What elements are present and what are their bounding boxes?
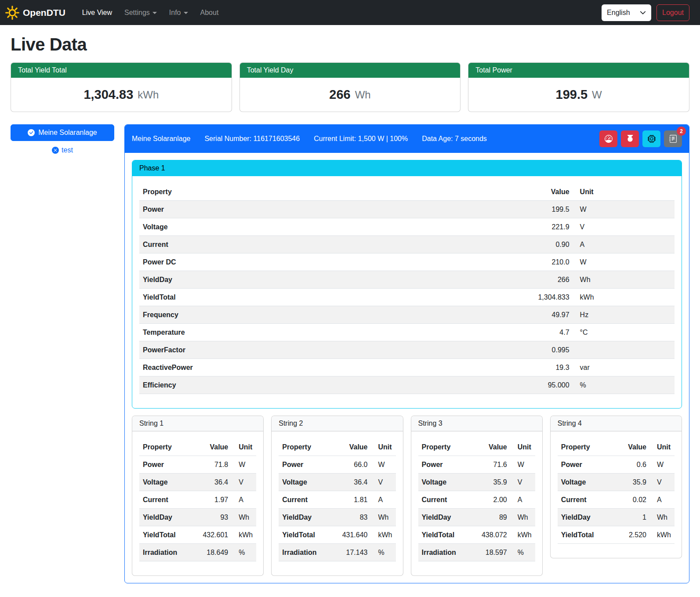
language-select[interactable]: English	[602, 4, 651, 21]
table-row: Voltage36.4V	[139, 474, 256, 491]
row-value: 18.597	[470, 544, 510, 561]
event-log-button[interactable]: 2	[664, 130, 682, 147]
inverter-actions: 2	[599, 130, 682, 147]
table-row: Power199.5W	[139, 201, 675, 218]
nav-item-live-view[interactable]: Live View	[76, 5, 118, 20]
strings-row: String 1 Property Value Unit Power71.8WV…	[132, 416, 682, 576]
phase-card-body: Property Value Unit Power199.5WVoltage22…	[132, 176, 682, 408]
table-row: Voltage35.9V	[558, 474, 675, 491]
row-value: 210.0	[399, 253, 573, 271]
card-body: 1,304.83 kWh	[11, 78, 232, 112]
row-property: Power	[279, 456, 330, 474]
summary-cards-row: Total Yield Total 1,304.83 kWh Total Yie…	[11, 62, 689, 112]
nav-item-settings[interactable]: Settings	[118, 5, 163, 20]
string-card: String 2 Property Value Unit Power66.0WV…	[271, 416, 403, 576]
row-property: YieldTotal	[139, 289, 399, 306]
cpu-icon	[648, 135, 656, 143]
row-value: 1.97	[191, 491, 232, 509]
table-row: YieldDay266Wh	[139, 271, 675, 289]
table-row: Temperature4.7°C	[139, 324, 675, 341]
table-row: YieldTotal432.601kWh	[139, 526, 256, 544]
phase-table: Property Value Unit Power199.5WVoltage22…	[139, 183, 675, 394]
table-row: Current1.81A	[279, 491, 395, 509]
row-property: Power	[558, 456, 614, 474]
sun-icon	[5, 6, 19, 20]
device-info-button[interactable]	[642, 130, 660, 147]
row-property: YieldDay	[558, 509, 614, 526]
row-value: 17.143	[330, 544, 371, 561]
row-unit: A	[371, 491, 396, 509]
row-value: 221.9	[399, 218, 573, 236]
row-unit: Wh	[511, 509, 535, 526]
column-header-property: Property	[139, 438, 191, 456]
row-value: 0.6	[614, 456, 650, 474]
column-header-value: Value	[614, 438, 650, 456]
column-header-unit: Unit	[371, 438, 396, 456]
row-property: YieldDay	[418, 509, 470, 526]
row-property: Power	[139, 201, 399, 218]
card-unit: W	[592, 89, 602, 101]
nav-links: Live View Settings Info About	[76, 5, 225, 20]
chevron-down-icon	[152, 12, 157, 14]
row-value: 199.5	[399, 201, 573, 218]
inverter-data-age: Data Age: 7 seconds	[422, 135, 487, 143]
table-row: YieldDay83Wh	[279, 509, 395, 526]
row-unit: Wh	[232, 509, 256, 526]
row-unit: Wh	[371, 509, 396, 526]
table-row: YieldTotal2.520kWh	[558, 526, 675, 544]
power-button[interactable]	[621, 130, 639, 147]
table-row: YieldTotal431.640kWh	[279, 526, 395, 544]
string-card-body: Property Value Unit Power66.0WVoltage36.…	[272, 431, 403, 575]
column-header-property: Property	[139, 183, 399, 201]
column-header-property: Property	[279, 438, 330, 456]
row-unit: W	[511, 456, 535, 474]
table-row: Voltage35.9V	[418, 474, 535, 491]
row-value: 93	[191, 509, 232, 526]
row-property: Power DC	[139, 253, 399, 271]
row-value: 4.7	[399, 324, 573, 341]
row-unit: Hz	[573, 306, 675, 324]
table-row: Current0.90A	[139, 236, 675, 253]
row-property: PowerFactor	[139, 341, 399, 359]
row-value: 1,304.833	[399, 289, 573, 306]
phase-card-title: Phase 1	[132, 160, 682, 176]
table-row: YieldTotal438.072kWh	[418, 526, 535, 544]
table-row: YieldDay1Wh	[558, 509, 675, 526]
nav-item-about[interactable]: About	[194, 5, 225, 20]
card-value: 199.5	[556, 87, 588, 102]
table-row: Irradiation18.649%	[139, 544, 256, 561]
logout-button[interactable]: Logout	[656, 4, 689, 21]
other-inverter-button[interactable]: test	[52, 146, 73, 154]
column-header-unit: Unit	[573, 183, 675, 201]
table-header-row: Property Value Unit	[139, 183, 675, 201]
row-unit: kWh	[511, 526, 535, 544]
card-total-yield-day: Total Yield Day 266 Wh	[239, 62, 461, 112]
page-content: Live Data Total Yield Total 1,304.83 kWh…	[0, 25, 700, 583]
row-value: 0.02	[614, 491, 650, 509]
selected-inverter-label: Meine Solaranlage	[38, 129, 97, 137]
string-card-body: Property Value Unit Power0.6WVoltage35.9…	[551, 431, 682, 558]
column-header-unit: Unit	[650, 438, 675, 456]
row-value: 35.9	[470, 474, 510, 491]
row-unit: var	[573, 359, 675, 376]
row-property: Voltage	[418, 474, 470, 491]
row-value: 36.4	[191, 474, 232, 491]
language-selected-value: English	[607, 9, 630, 17]
table-header-row: Property Value Unit	[279, 438, 395, 456]
column-header-value: Value	[191, 438, 232, 456]
row-value: 2.520	[614, 526, 650, 544]
nav-item-label: Settings	[124, 9, 150, 17]
selected-inverter-button[interactable]: Meine Solaranlage	[11, 124, 114, 141]
nav-item-info[interactable]: Info	[163, 5, 194, 20]
card-total-yield-total: Total Yield Total 1,304.83 kWh	[11, 62, 232, 112]
column-header-unit: Unit	[511, 438, 535, 456]
card-body: 266 Wh	[240, 78, 461, 112]
string-table: Property Value Unit Power71.8WVoltage36.…	[139, 438, 256, 561]
x-circle-icon	[52, 147, 59, 154]
brand-title: OpenDTU	[23, 7, 65, 18]
journal-text-icon	[669, 135, 677, 143]
card-title: Total Power	[468, 63, 689, 78]
limit-settings-button[interactable]	[599, 130, 617, 147]
brand[interactable]: OpenDTU	[5, 6, 65, 20]
row-property: YieldDay	[279, 509, 330, 526]
